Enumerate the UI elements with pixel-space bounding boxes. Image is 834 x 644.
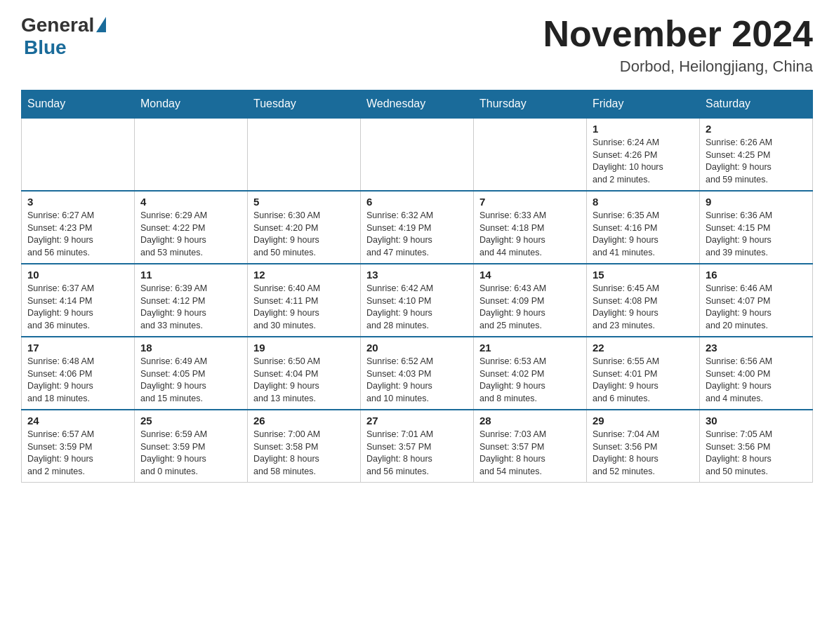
day-number: 29 [593, 415, 694, 427]
day-info: Sunrise: 6:46 AMSunset: 4:07 PMDaylight:… [706, 283, 807, 332]
calendar-cell: 11Sunrise: 6:39 AMSunset: 4:12 PMDayligh… [135, 264, 248, 337]
calendar-cell: 8Sunrise: 6:35 AMSunset: 4:16 PMDaylight… [587, 191, 700, 264]
day-number: 20 [366, 342, 468, 354]
day-number: 28 [479, 415, 581, 427]
calendar-cell: 26Sunrise: 7:00 AMSunset: 3:58 PMDayligh… [248, 410, 361, 483]
calendar-cell: 14Sunrise: 6:43 AMSunset: 4:09 PMDayligh… [474, 264, 587, 337]
calendar-cell: 23Sunrise: 6:56 AMSunset: 4:00 PMDayligh… [700, 337, 813, 410]
day-info: Sunrise: 6:32 AMSunset: 4:19 PMDaylight:… [366, 210, 468, 259]
calendar-cell: 20Sunrise: 6:52 AMSunset: 4:03 PMDayligh… [361, 337, 474, 410]
day-info: Sunrise: 6:27 AMSunset: 4:23 PMDaylight:… [27, 210, 128, 259]
day-info: Sunrise: 6:39 AMSunset: 4:12 PMDaylight:… [140, 283, 241, 332]
day-number: 15 [593, 269, 694, 281]
day-info: Sunrise: 6:57 AMSunset: 3:59 PMDaylight:… [27, 429, 128, 478]
calendar-cell [248, 118, 361, 191]
location-text: Dorbod, Heilongjiang, China [543, 58, 813, 76]
title-section: November 2024 Dorbod, Heilongjiang, Chin… [543, 14, 813, 76]
calendar-cell: 10Sunrise: 6:37 AMSunset: 4:14 PMDayligh… [22, 264, 135, 337]
calendar-cell [135, 118, 248, 191]
calendar-week-row: 3Sunrise: 6:27 AMSunset: 4:23 PMDaylight… [22, 191, 813, 264]
calendar-week-row: 10Sunrise: 6:37 AMSunset: 4:14 PMDayligh… [22, 264, 813, 337]
day-info: Sunrise: 6:55 AMSunset: 4:01 PMDaylight:… [593, 356, 694, 405]
weekday-header-saturday: Saturday [700, 90, 813, 119]
calendar-cell [22, 118, 135, 191]
day-info: Sunrise: 6:59 AMSunset: 3:59 PMDaylight:… [140, 429, 241, 478]
day-number: 4 [140, 196, 241, 208]
day-number: 10 [27, 269, 128, 281]
weekday-header-friday: Friday [587, 90, 700, 119]
day-info: Sunrise: 6:36 AMSunset: 4:15 PMDaylight:… [706, 210, 807, 259]
day-info: Sunrise: 7:01 AMSunset: 3:57 PMDaylight:… [366, 429, 468, 478]
calendar-cell: 7Sunrise: 6:33 AMSunset: 4:18 PMDaylight… [474, 191, 587, 264]
day-info: Sunrise: 6:52 AMSunset: 4:03 PMDaylight:… [366, 356, 468, 405]
day-number: 9 [706, 196, 807, 208]
day-info: Sunrise: 6:45 AMSunset: 4:08 PMDaylight:… [593, 283, 694, 332]
calendar-cell: 25Sunrise: 6:59 AMSunset: 3:59 PMDayligh… [135, 410, 248, 483]
day-info: Sunrise: 7:03 AMSunset: 3:57 PMDaylight:… [479, 429, 581, 478]
day-number: 14 [479, 269, 581, 281]
calendar-cell: 12Sunrise: 6:40 AMSunset: 4:11 PMDayligh… [248, 264, 361, 337]
weekday-header-wednesday: Wednesday [361, 90, 474, 119]
day-number: 21 [479, 342, 581, 354]
day-number: 13 [366, 269, 468, 281]
weekday-header-sunday: Sunday [22, 90, 135, 119]
day-info: Sunrise: 6:35 AMSunset: 4:16 PMDaylight:… [593, 210, 694, 259]
day-number: 2 [706, 123, 807, 135]
calendar-cell: 4Sunrise: 6:29 AMSunset: 4:22 PMDaylight… [135, 191, 248, 264]
logo: General Blue [21, 14, 106, 59]
day-number: 23 [706, 342, 807, 354]
calendar-cell: 17Sunrise: 6:48 AMSunset: 4:06 PMDayligh… [22, 337, 135, 410]
day-info: Sunrise: 7:05 AMSunset: 3:56 PMDaylight:… [706, 429, 807, 478]
calendar-cell: 15Sunrise: 6:45 AMSunset: 4:08 PMDayligh… [587, 264, 700, 337]
logo-triangle-icon [96, 17, 106, 32]
calendar-cell [361, 118, 474, 191]
calendar-cell: 28Sunrise: 7:03 AMSunset: 3:57 PMDayligh… [474, 410, 587, 483]
day-info: Sunrise: 6:48 AMSunset: 4:06 PMDaylight:… [27, 356, 128, 405]
calendar-cell: 30Sunrise: 7:05 AMSunset: 3:56 PMDayligh… [700, 410, 813, 483]
weekday-header-thursday: Thursday [474, 90, 587, 119]
calendar-cell: 16Sunrise: 6:46 AMSunset: 4:07 PMDayligh… [700, 264, 813, 337]
day-info: Sunrise: 6:40 AMSunset: 4:11 PMDaylight:… [253, 283, 355, 332]
logo-blue-text: Blue [24, 36, 106, 59]
day-info: Sunrise: 6:33 AMSunset: 4:18 PMDaylight:… [479, 210, 581, 259]
calendar-cell: 2Sunrise: 6:26 AMSunset: 4:25 PMDaylight… [700, 118, 813, 191]
calendar-cell: 18Sunrise: 6:49 AMSunset: 4:05 PMDayligh… [135, 337, 248, 410]
calendar-cell: 24Sunrise: 6:57 AMSunset: 3:59 PMDayligh… [22, 410, 135, 483]
calendar-cell: 13Sunrise: 6:42 AMSunset: 4:10 PMDayligh… [361, 264, 474, 337]
day-info: Sunrise: 6:37 AMSunset: 4:14 PMDaylight:… [27, 283, 128, 332]
calendar-cell: 19Sunrise: 6:50 AMSunset: 4:04 PMDayligh… [248, 337, 361, 410]
day-number: 5 [253, 196, 355, 208]
day-info: Sunrise: 6:24 AMSunset: 4:26 PMDaylight:… [593, 137, 694, 186]
calendar-cell: 6Sunrise: 6:32 AMSunset: 4:19 PMDaylight… [361, 191, 474, 264]
day-info: Sunrise: 7:04 AMSunset: 3:56 PMDaylight:… [593, 429, 694, 478]
day-number: 30 [706, 415, 807, 427]
calendar-cell: 9Sunrise: 6:36 AMSunset: 4:15 PMDaylight… [700, 191, 813, 264]
month-title: November 2024 [543, 14, 813, 54]
day-info: Sunrise: 6:49 AMSunset: 4:05 PMDaylight:… [140, 356, 241, 405]
weekday-header-tuesday: Tuesday [248, 90, 361, 119]
day-number: 26 [253, 415, 355, 427]
day-info: Sunrise: 6:26 AMSunset: 4:25 PMDaylight:… [706, 137, 807, 186]
logo-general-text: General [21, 14, 94, 36]
calendar-cell: 29Sunrise: 7:04 AMSunset: 3:56 PMDayligh… [587, 410, 700, 483]
calendar-cell: 3Sunrise: 6:27 AMSunset: 4:23 PMDaylight… [22, 191, 135, 264]
calendar-week-row: 24Sunrise: 6:57 AMSunset: 3:59 PMDayligh… [22, 410, 813, 483]
day-info: Sunrise: 6:42 AMSunset: 4:10 PMDaylight:… [366, 283, 468, 332]
day-info: Sunrise: 6:43 AMSunset: 4:09 PMDaylight:… [479, 283, 581, 332]
day-number: 3 [27, 196, 128, 208]
day-info: Sunrise: 6:29 AMSunset: 4:22 PMDaylight:… [140, 210, 241, 259]
day-info: Sunrise: 6:56 AMSunset: 4:00 PMDaylight:… [706, 356, 807, 405]
day-info: Sunrise: 6:30 AMSunset: 4:20 PMDaylight:… [253, 210, 355, 259]
day-info: Sunrise: 6:53 AMSunset: 4:02 PMDaylight:… [479, 356, 581, 405]
calendar-week-row: 1Sunrise: 6:24 AMSunset: 4:26 PMDaylight… [22, 118, 813, 191]
day-info: Sunrise: 7:00 AMSunset: 3:58 PMDaylight:… [253, 429, 355, 478]
calendar-cell: 22Sunrise: 6:55 AMSunset: 4:01 PMDayligh… [587, 337, 700, 410]
day-number: 27 [366, 415, 468, 427]
day-number: 8 [593, 196, 694, 208]
day-number: 1 [593, 123, 694, 135]
day-number: 12 [253, 269, 355, 281]
calendar-table: SundayMondayTuesdayWednesdayThursdayFrid… [21, 90, 813, 483]
weekday-header-monday: Monday [135, 90, 248, 119]
weekday-header-row: SundayMondayTuesdayWednesdayThursdayFrid… [22, 90, 813, 119]
day-number: 18 [140, 342, 241, 354]
